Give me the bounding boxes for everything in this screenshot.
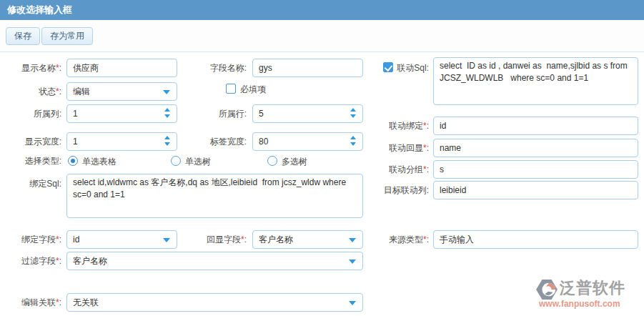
- bind-field-value: id: [73, 234, 79, 245]
- source-type-input[interactable]: 手动输入: [433, 230, 638, 249]
- linkage-echo-label: 联动回显*:: [357, 139, 429, 157]
- row-label: 所属行:: [180, 104, 247, 123]
- status-label: 状态*:: [0, 82, 61, 101]
- stepper-arrows-icon[interactable]: [350, 136, 357, 149]
- linkage-group-input[interactable]: s: [433, 160, 638, 179]
- bind-field-label: 绑定字段*:: [0, 230, 61, 249]
- chevron-down-icon: [349, 260, 356, 264]
- label-width-label: 标签宽度:: [180, 132, 247, 151]
- stepper-arrows-icon[interactable]: [164, 136, 172, 149]
- target-linkage-col-label: 目标联动列:: [357, 181, 429, 199]
- column-stepper[interactable]: 1: [66, 104, 177, 123]
- radio-multi-tree[interactable]: [267, 156, 277, 166]
- select-type-label: 选择类型:: [0, 153, 61, 169]
- bind-field-dropdown[interactable]: id: [66, 230, 177, 249]
- column-value: 1: [73, 109, 78, 119]
- chevron-down-icon: [349, 238, 356, 242]
- field-name-label: 字段名称:: [180, 59, 247, 77]
- save-as-common-button[interactable]: 存为常用: [41, 27, 93, 45]
- linkage-sql-label: 联动Sql:: [372, 59, 429, 77]
- dialog-modify-select-input: 修改选择输入框 保存 存为常用 显示名称*: 供应商 字段名称: gys 联动S…: [0, 0, 644, 316]
- bind-sql-textarea[interactable]: select id,wldwmc as 客户名称,dq as 地区,leibie…: [66, 174, 363, 218]
- stepper-arrows-icon[interactable]: [350, 108, 357, 121]
- chevron-down-icon: [163, 238, 170, 242]
- save-button[interactable]: 保存: [6, 27, 40, 45]
- display-width-label: 显示宽度:: [0, 132, 61, 151]
- linkage-bind-input[interactable]: id: [433, 117, 638, 135]
- filter-field-value: 客户名称: [73, 256, 107, 266]
- display-name-input[interactable]: 供应商: [66, 59, 177, 77]
- dialog-title: 修改选择输入框: [0, 0, 644, 20]
- display-name-label: 显示名称*:: [0, 59, 61, 77]
- target-linkage-col-input[interactable]: leibieid: [433, 181, 638, 199]
- column-label: 所属列:: [0, 104, 61, 123]
- radio-single-tree[interactable]: [171, 156, 181, 166]
- fanpu-logo-icon: [536, 280, 558, 300]
- required-item-label: 必填项: [240, 83, 266, 96]
- radio-single-table[interactable]: [68, 156, 78, 166]
- brand-url: www.fanpusoft.com: [539, 299, 620, 309]
- echo-field-dropdown[interactable]: 客户名称: [252, 230, 363, 249]
- edit-relation-dropdown[interactable]: 无关联: [66, 293, 363, 312]
- edit-relation-label: 编辑关联*:: [0, 293, 61, 312]
- linkage-sql-textarea[interactable]: select ID as id , danwei as name,sjlbid …: [433, 57, 638, 105]
- echo-field-label: 回显字段*:: [180, 230, 247, 249]
- status-dropdown[interactable]: 编辑: [66, 82, 177, 101]
- filter-field-dropdown[interactable]: 客户名称: [66, 252, 363, 270]
- source-type-label: 来源类型*:: [357, 230, 429, 249]
- radio-single-tree-label: 单选树: [185, 155, 211, 168]
- toolbar: 保存 存为常用: [0, 20, 644, 52]
- linkage-group-label: 联动分组*:: [357, 160, 429, 179]
- row-value: 5: [259, 109, 264, 119]
- required-item-checkbox[interactable]: [226, 84, 236, 94]
- status-value: 编辑: [73, 87, 90, 97]
- field-name-input[interactable]: gys: [252, 59, 363, 77]
- row-stepper[interactable]: 5: [252, 104, 363, 123]
- chevron-down-icon: [349, 301, 356, 305]
- display-width-value: 1: [73, 137, 78, 147]
- label-width-value: 80: [259, 137, 268, 147]
- fanpu-watermark: 泛普软件 www.fanpusoft.com: [536, 278, 640, 312]
- echo-field-value: 客户名称: [259, 234, 293, 245]
- chevron-down-icon: [163, 90, 170, 94]
- filter-field-label: 过滤字段*:: [0, 252, 61, 270]
- linkage-bind-label: 联动绑定*:: [357, 117, 429, 135]
- radio-multi-tree-label: 多选树: [282, 155, 307, 168]
- brand-name: 泛普软件: [560, 278, 625, 298]
- bind-sql-label: 绑定Sql:: [0, 174, 61, 193]
- radio-single-table-label: 单选表格: [82, 155, 117, 168]
- stepper-arrows-icon[interactable]: [164, 108, 172, 121]
- label-width-stepper[interactable]: 80: [252, 132, 363, 151]
- linkage-echo-input[interactable]: name: [433, 139, 638, 157]
- display-width-stepper[interactable]: 1: [66, 132, 177, 151]
- edit-relation-value: 无关联: [73, 297, 99, 307]
